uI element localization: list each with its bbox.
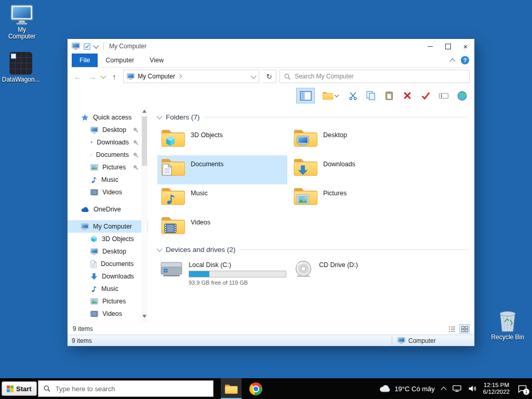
show-hidden-icons-icon[interactable] [441, 387, 446, 392]
start-label: Start [16, 385, 32, 393]
speaker-icon[interactable] [468, 385, 476, 392]
details-view-button[interactable] [447, 325, 457, 333]
copy-button[interactable] [364, 88, 378, 103]
3d-objects-icon [164, 136, 177, 147]
preview-pane-button[interactable] [297, 88, 314, 103]
sidebar-item-my-computer[interactable]: My Computer [68, 220, 148, 233]
weather-widget[interactable]: 19°C Có mây [379, 385, 434, 393]
properties-icon[interactable] [84, 43, 90, 50]
sidebar-item-downloads[interactable]: Downloads [68, 136, 148, 149]
address-bar[interactable]: My Computer [123, 70, 259, 83]
breadcrumb[interactable]: My Computer [138, 73, 175, 80]
tab-file[interactable]: File [72, 54, 98, 67]
window-title: My Computer [109, 43, 147, 50]
scrollbar-thumb[interactable] [142, 116, 147, 166]
cut-button[interactable] [345, 88, 360, 103]
folder-label: Downloads [323, 161, 355, 168]
help-button[interactable]: ? [461, 56, 469, 64]
maximize-button[interactable] [439, 39, 457, 54]
search-input[interactable] [294, 72, 465, 81]
up-button[interactable]: ↑ [109, 72, 120, 81]
collapse-group-icon [156, 113, 162, 119]
sidebar-item-pictures[interactable]: Pictures [68, 161, 148, 174]
ethernet-icon[interactable] [453, 385, 461, 392]
system-tray: 19°C Có mây 12:15 PM 6/12/2022 1 [379, 382, 532, 395]
drive-label: CD Drive (D:) [319, 261, 358, 269]
select-button[interactable] [418, 88, 433, 103]
folder-tile-3d-objects[interactable]: 3D Objects [157, 126, 287, 155]
desktop-icon-datawagon[interactable]: DataWagon... [2, 52, 39, 83]
taskbar-search[interactable] [38, 380, 214, 397]
drive-tile-cd-drive-d[interactable]: CD Drive (D:) [290, 259, 422, 287]
breadcrumb-chevron-icon[interactable] [178, 74, 182, 78]
videos-icon [164, 223, 177, 234]
sidebar-item-pc-desktop[interactable]: Desktop [68, 245, 148, 258]
qat-dropdown-icon[interactable] [93, 43, 99, 48]
sidebar-item-pc-pictures[interactable]: Pictures [68, 295, 148, 308]
taskbar-search-input[interactable] [55, 384, 208, 393]
sidebar-scrollbar[interactable] [141, 107, 148, 322]
capacity-fill [189, 271, 209, 277]
sidebar-item-desktop[interactable]: Desktop [68, 124, 148, 136]
sidebar-item-3d-objects[interactable]: 3D Objects [68, 233, 148, 245]
folder-tile-downloads[interactable]: Downloads [290, 155, 420, 184]
status-bar: 9 items [68, 323, 474, 335]
icons-view-button[interactable] [460, 325, 469, 333]
folder-tile-music[interactable]: Music [157, 184, 287, 214]
drive-tile-local-disk-c[interactable]: Local Disk (C:) 93.9 GB free of 119 GB [157, 259, 290, 287]
taskbar-clock[interactable]: 12:15 PM 6/12/2022 [483, 382, 510, 395]
sidebar-item-documents[interactable]: Documents [68, 149, 148, 161]
folder-label: Pictures [323, 190, 347, 197]
desktop-icon-my-computer[interactable]: My Computer [3, 4, 41, 40]
taskbar-app-file-explorer[interactable] [221, 378, 242, 399]
desktop-icon-recycle-bin[interactable]: Recycle Bin [489, 310, 526, 341]
folder-tile-videos[interactable]: Videos [157, 214, 287, 243]
divider [103, 43, 104, 50]
new-folder-button[interactable] [318, 88, 342, 103]
back-button[interactable]: ← [72, 72, 84, 81]
sidebar-label: Videos [102, 310, 122, 317]
desktop-icon-label: DataWagon... [2, 76, 40, 83]
drive-label: Local Disk (C:) [189, 261, 286, 269]
this-pc-icon [81, 223, 89, 230]
videos-icon [90, 189, 98, 195]
sidebar-item-music[interactable]: Music [68, 174, 148, 186]
sidebar-item-onedrive[interactable]: OneDrive [68, 203, 148, 216]
folder-tile-desktop[interactable]: Desktop [290, 126, 420, 155]
search-box[interactable] [280, 70, 470, 83]
folder-tile-pictures[interactable]: Pictures [290, 184, 420, 214]
folder-tile-documents[interactable]: Documents [157, 155, 287, 184]
start-button[interactable]: Start [2, 381, 37, 396]
group-header-folders[interactable]: Folders (7) [157, 113, 469, 121]
group-header-drives[interactable]: Devices and drives (2) [157, 246, 469, 254]
tab-view[interactable]: View [142, 54, 171, 67]
caption-buttons: × [421, 39, 474, 54]
rename-button[interactable] [436, 88, 451, 103]
sidebar-item-videos[interactable]: Videos [68, 186, 148, 198]
delete-button[interactable] [400, 88, 415, 103]
close-button[interactable]: × [457, 39, 474, 54]
sidebar-item-pc-documents[interactable]: Documents [68, 258, 148, 270]
tab-computer[interactable]: Computer [98, 54, 142, 67]
sidebar-item-pc-downloads[interactable]: Downloads [68, 270, 148, 283]
sidebar-item-pc-videos[interactable]: Videos [68, 308, 148, 320]
recent-locations-icon[interactable] [100, 73, 106, 78]
desktop: My Computer DataWagon... Recycle Bin My … [0, 0, 532, 399]
pictures-icon [297, 194, 309, 205]
action-center-button[interactable]: 1 [516, 383, 528, 394]
collapse-ribbon-icon[interactable] [449, 58, 455, 64]
forward-button[interactable]: → [87, 72, 98, 81]
scroll-down-icon[interactable] [142, 315, 147, 318]
network-button[interactable] [455, 88, 469, 103]
minimize-button[interactable] [421, 39, 439, 54]
paste-button[interactable] [382, 88, 396, 103]
scroll-up-icon[interactable] [142, 110, 147, 113]
sidebar-item-pc-music[interactable]: Music [68, 283, 148, 295]
refresh-button[interactable]: ↻ [262, 70, 276, 83]
weather-text: 19°C Có mây [394, 385, 434, 393]
windows-flag-icon [7, 385, 14, 392]
taskbar-app-chrome[interactable] [246, 378, 267, 399]
sidebar-item-quick-access[interactable]: Quick access [68, 111, 148, 124]
address-dropdown-icon[interactable] [250, 73, 256, 78]
cloud-icon [379, 385, 391, 392]
